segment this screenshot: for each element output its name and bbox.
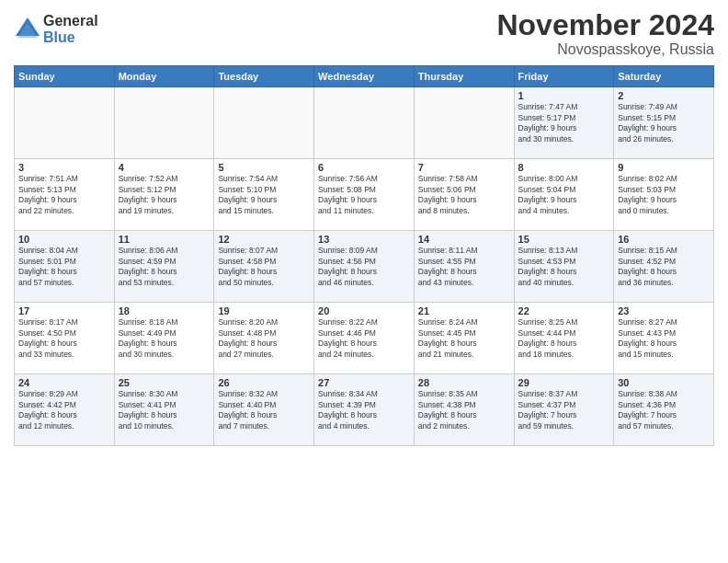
day-info: Sunrise: 7:51 AM Sunset: 5:13 PM Dayligh… <box>18 174 110 216</box>
col-thursday: Thursday <box>414 66 514 87</box>
calendar-cell: 22Sunrise: 8:25 AM Sunset: 4:44 PM Dayli… <box>514 303 614 374</box>
day-number: 5 <box>218 162 310 173</box>
day-number: 20 <box>318 305 410 316</box>
day-info: Sunrise: 7:49 AM Sunset: 5:15 PM Dayligh… <box>618 102 710 144</box>
calendar-cell: 15Sunrise: 8:13 AM Sunset: 4:53 PM Dayli… <box>514 231 614 303</box>
day-info: Sunrise: 8:04 AM Sunset: 5:01 PM Dayligh… <box>18 246 110 288</box>
day-number: 14 <box>418 234 510 245</box>
calendar-cell: 14Sunrise: 8:11 AM Sunset: 4:55 PM Dayli… <box>414 231 514 303</box>
calendar-cell: 25Sunrise: 8:30 AM Sunset: 4:41 PM Dayli… <box>114 374 214 446</box>
calendar-cell: 2Sunrise: 7:49 AM Sunset: 5:15 PM Daylig… <box>614 87 714 159</box>
day-info: Sunrise: 8:37 AM Sunset: 4:37 PM Dayligh… <box>518 389 610 431</box>
day-info: Sunrise: 8:24 AM Sunset: 4:45 PM Dayligh… <box>418 317 510 360</box>
header-row: Sunday Monday Tuesday Wednesday Thursday… <box>15 66 714 87</box>
day-info: Sunrise: 8:38 AM Sunset: 4:36 PM Dayligh… <box>618 389 710 431</box>
day-number: 19 <box>218 305 310 316</box>
calendar-cell: 10Sunrise: 8:04 AM Sunset: 5:01 PM Dayli… <box>15 231 115 303</box>
day-number: 23 <box>618 305 710 316</box>
day-number: 16 <box>618 234 710 245</box>
day-number: 24 <box>18 377 110 388</box>
day-number: 25 <box>119 377 210 388</box>
day-info: Sunrise: 8:27 AM Sunset: 4:43 PM Dayligh… <box>618 317 710 360</box>
day-info: Sunrise: 8:17 AM Sunset: 4:50 PM Dayligh… <box>18 317 110 360</box>
calendar-cell: 29Sunrise: 8:37 AM Sunset: 4:37 PM Dayli… <box>514 374 614 446</box>
calendar-cell: 13Sunrise: 8:09 AM Sunset: 4:56 PM Dayli… <box>314 231 415 303</box>
day-info: Sunrise: 8:15 AM Sunset: 4:52 PM Dayligh… <box>618 246 710 288</box>
day-info: Sunrise: 8:32 AM Sunset: 4:40 PM Dayligh… <box>218 389 310 431</box>
day-number: 1 <box>518 90 610 101</box>
day-number: 22 <box>518 305 610 316</box>
day-info: Sunrise: 7:56 AM Sunset: 5:08 PM Dayligh… <box>318 174 410 216</box>
calendar-cell: 3Sunrise: 7:51 AM Sunset: 5:13 PM Daylig… <box>15 159 115 231</box>
day-number: 29 <box>518 377 610 388</box>
calendar-cell: 28Sunrise: 8:35 AM Sunset: 4:38 PM Dayli… <box>414 374 514 446</box>
calendar-cell <box>214 87 314 159</box>
day-number: 7 <box>418 162 510 173</box>
calendar-cell: 24Sunrise: 8:29 AM Sunset: 4:42 PM Dayli… <box>15 374 115 446</box>
day-number: 17 <box>18 305 110 316</box>
day-info: Sunrise: 8:25 AM Sunset: 4:44 PM Dayligh… <box>518 317 610 360</box>
calendar-cell: 23Sunrise: 8:27 AM Sunset: 4:43 PM Dayli… <box>614 303 714 374</box>
day-info: Sunrise: 8:22 AM Sunset: 4:46 PM Dayligh… <box>318 317 410 360</box>
location: Novospasskoye, Russia <box>496 41 714 58</box>
day-number: 30 <box>618 377 710 388</box>
month-title: November 2024 <box>496 9 714 41</box>
logo-general-text: General <box>43 13 98 29</box>
logo: General Blue <box>14 13 98 45</box>
day-number: 15 <box>518 234 610 245</box>
calendar-cell: 4Sunrise: 7:52 AM Sunset: 5:12 PM Daylig… <box>114 159 214 231</box>
day-number: 9 <box>618 162 710 173</box>
day-info: Sunrise: 8:11 AM Sunset: 4:55 PM Dayligh… <box>418 246 510 288</box>
day-info: Sunrise: 8:06 AM Sunset: 4:59 PM Dayligh… <box>119 246 210 288</box>
calendar-cell: 30Sunrise: 8:38 AM Sunset: 4:36 PM Dayli… <box>614 374 714 446</box>
calendar-cell: 16Sunrise: 8:15 AM Sunset: 4:52 PM Dayli… <box>614 231 714 303</box>
day-number: 10 <box>18 234 110 245</box>
title-section: November 2024 Novospasskoye, Russia <box>496 9 714 58</box>
calendar-table: Sunday Monday Tuesday Wednesday Thursday… <box>14 65 714 446</box>
calendar-cell <box>114 87 214 159</box>
day-info: Sunrise: 8:35 AM Sunset: 4:38 PM Dayligh… <box>418 389 510 431</box>
col-sunday: Sunday <box>15 66 115 87</box>
day-info: Sunrise: 8:34 AM Sunset: 4:39 PM Dayligh… <box>318 389 410 431</box>
day-number: 13 <box>318 234 410 245</box>
col-saturday: Saturday <box>614 66 714 87</box>
calendar-cell <box>314 87 415 159</box>
day-number: 8 <box>518 162 610 173</box>
calendar-week-1: 1Sunrise: 7:47 AM Sunset: 5:17 PM Daylig… <box>15 87 714 159</box>
day-info: Sunrise: 7:58 AM Sunset: 5:06 PM Dayligh… <box>418 174 510 216</box>
day-info: Sunrise: 8:02 AM Sunset: 5:03 PM Dayligh… <box>618 174 710 216</box>
day-info: Sunrise: 8:07 AM Sunset: 4:58 PM Dayligh… <box>218 246 310 288</box>
day-info: Sunrise: 8:13 AM Sunset: 4:53 PM Dayligh… <box>518 246 610 288</box>
header: General Blue November 2024 Novospasskoye… <box>14 9 714 58</box>
day-info: Sunrise: 8:18 AM Sunset: 4:49 PM Dayligh… <box>119 317 210 360</box>
day-info: Sunrise: 8:29 AM Sunset: 4:42 PM Dayligh… <box>18 389 110 431</box>
day-info: Sunrise: 7:52 AM Sunset: 5:12 PM Dayligh… <box>119 174 210 216</box>
day-number: 11 <box>119 234 210 245</box>
day-info: Sunrise: 8:20 AM Sunset: 4:48 PM Dayligh… <box>218 317 310 360</box>
day-number: 2 <box>618 90 710 101</box>
calendar-cell: 26Sunrise: 8:32 AM Sunset: 4:40 PM Dayli… <box>214 374 314 446</box>
calendar-cell: 8Sunrise: 8:00 AM Sunset: 5:04 PM Daylig… <box>514 159 614 231</box>
calendar-cell: 19Sunrise: 8:20 AM Sunset: 4:48 PM Dayli… <box>214 303 314 374</box>
calendar-cell: 1Sunrise: 7:47 AM Sunset: 5:17 PM Daylig… <box>514 87 614 159</box>
day-number: 18 <box>119 305 210 316</box>
day-number: 26 <box>218 377 310 388</box>
calendar-cell: 17Sunrise: 8:17 AM Sunset: 4:50 PM Dayli… <box>15 303 115 374</box>
calendar-week-3: 10Sunrise: 8:04 AM Sunset: 5:01 PM Dayli… <box>15 231 714 303</box>
col-monday: Monday <box>114 66 214 87</box>
calendar-cell: 5Sunrise: 7:54 AM Sunset: 5:10 PM Daylig… <box>214 159 314 231</box>
day-number: 3 <box>18 162 110 173</box>
day-info: Sunrise: 8:30 AM Sunset: 4:41 PM Dayligh… <box>119 389 210 431</box>
calendar-cell: 21Sunrise: 8:24 AM Sunset: 4:45 PM Dayli… <box>414 303 514 374</box>
calendar-week-2: 3Sunrise: 7:51 AM Sunset: 5:13 PM Daylig… <box>15 159 714 231</box>
calendar-cell <box>414 87 514 159</box>
day-number: 12 <box>218 234 310 245</box>
calendar-week-4: 17Sunrise: 8:17 AM Sunset: 4:50 PM Dayli… <box>15 303 714 374</box>
day-number: 28 <box>418 377 510 388</box>
calendar-cell: 20Sunrise: 8:22 AM Sunset: 4:46 PM Dayli… <box>314 303 415 374</box>
day-info: Sunrise: 7:54 AM Sunset: 5:10 PM Dayligh… <box>218 174 310 216</box>
col-wednesday: Wednesday <box>314 66 415 87</box>
day-info: Sunrise: 8:09 AM Sunset: 4:56 PM Dayligh… <box>318 246 410 288</box>
col-friday: Friday <box>514 66 614 87</box>
logo-text: General Blue <box>43 13 98 45</box>
